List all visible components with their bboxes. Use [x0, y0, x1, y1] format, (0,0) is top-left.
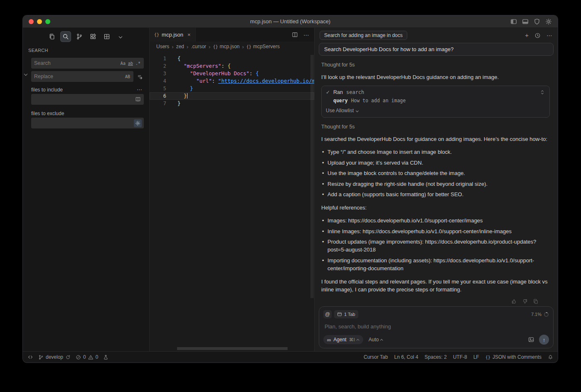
expand-tool-icon[interactable] [539, 89, 545, 95]
editor-actions: ⋯ [292, 28, 314, 42]
send-button[interactable]: ↑ [539, 335, 549, 345]
split-editor-icon[interactable] [292, 32, 298, 38]
text-cursor [187, 93, 188, 99]
chat-tab[interactable]: Search for adding an image in docs [320, 31, 407, 40]
chat-messages: Search DeveloperHub Docs for how to add … [315, 41, 558, 304]
close-window-button[interactable] [29, 19, 34, 24]
thought-toggle[interactable]: Thought for 5s [321, 62, 551, 68]
replace-input-field[interactable] [34, 74, 124, 79]
code-line[interactable]: 7} [150, 100, 314, 107]
titlebar[interactable]: mcp.json — Untitled (Workspace) [23, 15, 558, 28]
model-label: Auto [369, 337, 379, 343]
replace-all-icon[interactable] [136, 74, 144, 80]
toggle-replace-chevron-icon[interactable] [25, 69, 30, 77]
tab-mcp-json[interactable]: {} mcp.json × [150, 28, 196, 42]
line-number: 5 [150, 85, 166, 92]
regex-icon[interactable]: .* [134, 60, 142, 67]
usage-percent: 7.1% [531, 312, 542, 317]
composer-input[interactable]: Plan, search, build anything [323, 318, 549, 335]
line-col-status[interactable]: Ln 6, Col 4 [394, 354, 418, 360]
breadcrumb-item[interactable]: {}mcp.json [213, 44, 239, 49]
grid-layout-icon[interactable] [101, 31, 112, 42]
horizontal-scrollbar[interactable] [177, 347, 288, 350]
context-tab-pill[interactable]: 1 Tab [334, 310, 358, 318]
explorer-files-icon[interactable] [47, 31, 57, 42]
files-to-exclude-field[interactable] [34, 120, 134, 126]
toggle-panel-icon[interactable] [522, 18, 529, 25]
search-icon[interactable] [60, 31, 71, 42]
extensions-icon[interactable] [88, 31, 98, 42]
search-input-field[interactable] [34, 60, 119, 66]
use-allowlist-button[interactable]: Use Allowlist [322, 106, 549, 117]
code-editor[interactable]: 1{2 "mcpServers": {3 "DeveloperHub Docs"… [150, 52, 314, 351]
notifications-bell-icon[interactable] [548, 355, 553, 360]
context-usage[interactable]: 7.1% [531, 312, 549, 317]
code-line[interactable]: 2 "mcpServers": { [150, 62, 314, 70]
privacy-shield-icon[interactable] [534, 18, 540, 25]
close-tab-icon[interactable]: × [187, 32, 191, 38]
more-actions-icon[interactable]: ⋯ [303, 32, 310, 38]
tool-call-header[interactable]: ✓ Ran search [322, 86, 549, 96]
context-tab-label: 1 Tab [344, 312, 355, 317]
code-lines: 1{2 "mcpServers": {3 "DeveloperHub Docs"… [150, 55, 314, 107]
list-item-text: Type “/” and choose Image to insert an i… [327, 149, 452, 155]
settings-gear-icon[interactable] [545, 18, 552, 25]
vertical-scrollbar[interactable] [310, 55, 314, 298]
mode-label: Agent [333, 337, 346, 343]
files-to-include-input[interactable] [31, 94, 144, 105]
open-editors-book-icon[interactable] [134, 96, 142, 104]
code-line[interactable]: 5 } [150, 85, 314, 92]
encoding-status[interactable]: UTF-8 [453, 354, 467, 360]
usage-gauge-icon [544, 312, 549, 317]
branch-status[interactable]: develop [38, 354, 71, 360]
code-text: "mcpServers": { [166, 62, 314, 70]
files-to-include-field[interactable] [34, 96, 134, 102]
code-line[interactable]: 1{ [150, 55, 314, 62]
minimize-window-button[interactable] [37, 19, 42, 24]
thumbs-down-icon[interactable] [522, 298, 528, 304]
breadcrumb-label: zed [176, 44, 184, 49]
code-line[interactable]: 6 } [150, 92, 314, 100]
search-details-ellipsis-icon[interactable]: ⋯ [135, 86, 144, 93]
preserve-case-icon[interactable]: AB [124, 74, 131, 80]
mode-selector[interactable]: ∞ Agent ⌘I [323, 335, 363, 344]
tool-call-card[interactable]: ✓ Ran search query How to add an image U… [321, 86, 550, 118]
thumbs-up-icon[interactable] [511, 298, 517, 304]
chat-composer[interactable]: @ 1 Tab 7.1% Plan, search, build anythin… [319, 306, 554, 348]
eol-status[interactable]: LF [473, 354, 479, 360]
thought-toggle[interactable]: Thought for 5s [321, 124, 551, 130]
new-chat-icon[interactable]: + [525, 32, 529, 38]
match-case-icon[interactable]: Aa [119, 60, 127, 67]
indentation-status[interactable]: Spaces: 2 [425, 354, 447, 360]
beaker-icon[interactable] [103, 355, 108, 360]
files-to-exclude-input[interactable] [31, 118, 144, 128]
add-context-button[interactable]: @ [323, 310, 332, 318]
source-control-icon[interactable] [74, 31, 85, 42]
model-selector[interactable]: Auto [369, 337, 384, 343]
code-line[interactable]: 3 "DeveloperHub Docs": { [150, 70, 314, 77]
message-actions [315, 293, 558, 304]
copy-icon[interactable] [533, 298, 539, 304]
code-line[interactable]: 4 "url": "https://docs.developerhub.io/m… [150, 77, 314, 85]
chat-more-icon[interactable]: ⋯ [547, 32, 553, 39]
list-item-text: Product updates (image improvements): ht… [327, 239, 536, 253]
problems-status[interactable]: 0 0 [76, 354, 98, 360]
breadcrumb-item[interactable]: {}mcpServers [246, 44, 280, 49]
breadcrumb-item[interactable]: .cursor [191, 44, 206, 49]
search-input[interactable]: Aa ab .* [31, 58, 144, 69]
more-views-chevron-icon[interactable] [115, 31, 126, 42]
cursor-tab-status[interactable]: Cursor Tab [364, 354, 388, 360]
replace-input[interactable]: AB [31, 71, 133, 82]
language-mode-status[interactable]: {} JSON with Comments [485, 354, 542, 360]
remote-indicator-icon[interactable] [27, 354, 33, 360]
whole-word-icon[interactable]: ab [127, 60, 134, 67]
user-message[interactable]: Search DeveloperHub Docs for how to add … [319, 43, 554, 56]
exclude-settings-gear-icon[interactable] [134, 119, 142, 127]
breadcrumb-item[interactable]: Users [156, 44, 169, 49]
chat-history-icon[interactable] [534, 32, 541, 39]
breadcrumb-item[interactable]: zed [176, 44, 184, 49]
attach-image-icon[interactable] [528, 336, 534, 343]
errors-icon [76, 355, 81, 360]
toggle-sidebar-icon[interactable] [510, 18, 517, 25]
zoom-window-button[interactable] [45, 19, 50, 24]
